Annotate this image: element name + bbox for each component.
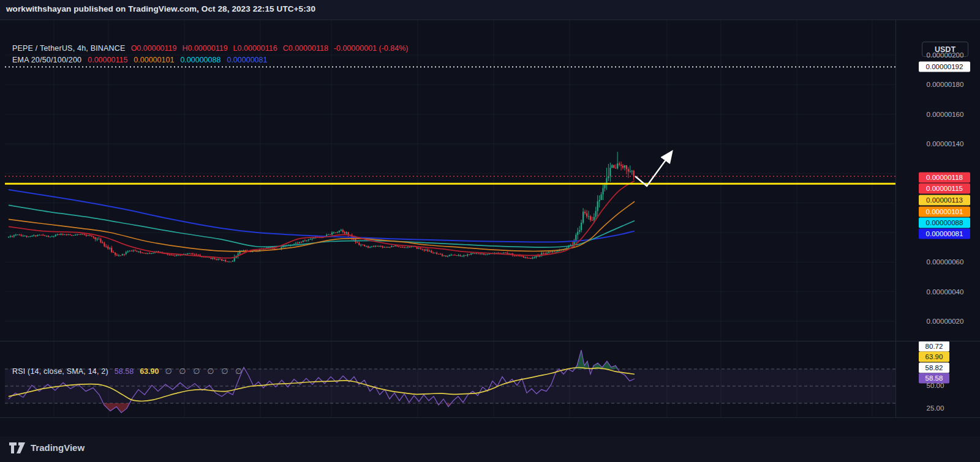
chart-region: PEPE / TetherUS, 4h, BINANCE O0.00000119… xyxy=(0,20,980,436)
price-axis-badge: 0.00000088 xyxy=(919,218,970,228)
price-axis-badge: 0.00000101 xyxy=(919,207,970,217)
price-axis-badge: 0.00000081 xyxy=(919,229,970,239)
price-axis-label: 0.00000200 xyxy=(911,51,979,59)
pane-separator[interactable] xyxy=(0,341,980,341)
symbol-title: PEPE / TetherUS, 4h, BINANCE xyxy=(12,44,126,53)
rsi-axis-label: 50.00 xyxy=(920,382,951,389)
watermark-text: workwithshayan published on TradingView.… xyxy=(6,4,315,13)
ohlc-low: L0.00000116 xyxy=(233,44,277,53)
symbol-legend: PEPE / TetherUS, 4h, BINANCE O0.00000119… xyxy=(12,44,408,53)
rsi-axis-badge: 80.72 xyxy=(919,341,949,352)
price-axis-border xyxy=(895,20,896,417)
brand-text[interactable]: TradingView xyxy=(31,442,85,453)
rsi-axis-badge: 63.90 xyxy=(919,352,949,362)
ema100-value: 0.00000088 xyxy=(180,56,221,64)
ohlc-open: O0.00000119 xyxy=(131,44,177,53)
pane-top-border xyxy=(0,20,980,20)
ema200-value: 0.00000081 xyxy=(227,56,267,64)
rsi-ma-value: 63.90 xyxy=(140,367,159,376)
ohlc-close: C0.00000118 xyxy=(283,44,328,53)
time-axis-border xyxy=(0,417,980,418)
ohlc-change: -0.00000001 (-0.84%) xyxy=(334,44,409,53)
price-axis-badge: 0.00000118 xyxy=(919,173,970,183)
ema20-value: 0.00000115 xyxy=(88,56,127,64)
rsi-empty-slots: ∅ ∅ ∅ ∅ ∅ ∅ xyxy=(165,367,244,376)
tradingview-logo-icon[interactable] xyxy=(9,441,27,455)
price-axis-label: 0.00000040 xyxy=(911,288,979,296)
price-axis-label: 0.00000060 xyxy=(911,258,979,266)
price-axis-label: 0.00000140 xyxy=(911,140,979,147)
price-axis-label: 0.00000160 xyxy=(911,111,979,118)
rsi-legend-title: RSI (14, close, SMA, 14, 2) xyxy=(12,367,108,376)
footer: TradingView xyxy=(0,436,980,462)
price-axis-label: 0.00000180 xyxy=(911,81,979,88)
price-axis-badge: 0.00000113 xyxy=(919,195,970,206)
rsi-axis-label: 25.00 xyxy=(920,404,951,412)
header-strip: workwithshayan published on TradingView.… xyxy=(0,0,980,20)
ohlc-high: H0.00000119 xyxy=(182,44,227,53)
rsi-legend: RSI (14, close, SMA, 14, 2) 58.58 63.90 … xyxy=(12,367,244,376)
ema-legend-title: EMA 20/50/100/200 xyxy=(12,56,81,64)
price-axis-label: 0.00000020 xyxy=(911,318,979,325)
price-axis-badge: 0.00000192 xyxy=(919,62,970,72)
rsi-axis-badge: 58.82 xyxy=(919,363,949,373)
price-axis-badge: 0.00000115 xyxy=(919,184,970,194)
ema50-value: 0.00000101 xyxy=(134,56,174,64)
tradingview-chart-app: workwithshayan published on TradingView.… xyxy=(0,0,980,462)
ema-legend: EMA 20/50/100/200 0.00000115 0.00000101 … xyxy=(12,56,267,64)
rsi-value: 58.58 xyxy=(115,367,134,376)
